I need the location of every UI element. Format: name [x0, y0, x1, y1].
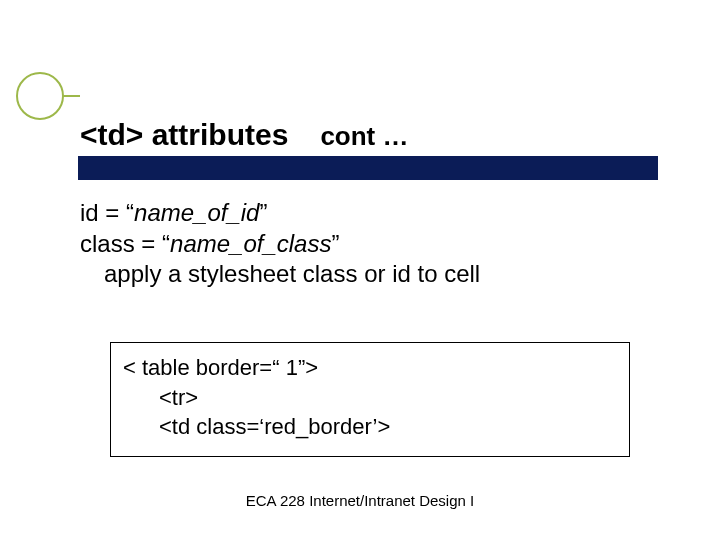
body-text: id = “name_of_id” class = “name_of_class… — [80, 198, 640, 290]
body-line-3: apply a stylesheet class or id to cell — [80, 259, 640, 290]
body-line-1: id = “name_of_id” — [80, 198, 640, 229]
code-example-box: < table border=“ 1”> <tr> <td class=‘red… — [110, 342, 630, 457]
slide-title-cont: cont … — [320, 121, 408, 152]
body-line-1-post: ” — [259, 199, 267, 226]
title-underline-bar — [78, 156, 658, 180]
slide-title-row: <td> attributes cont … — [80, 118, 408, 152]
code-line-3: <td class=‘red_border’> — [123, 412, 617, 442]
body-line-2-ital: name_of_class — [170, 230, 331, 257]
accent-circle-icon — [16, 72, 64, 120]
code-line-1: < table border=“ 1”> — [123, 353, 617, 383]
slide-footer: ECA 228 Internet/Intranet Design I — [0, 492, 720, 509]
body-line-1-pre: id = “ — [80, 199, 134, 226]
slide-title: <td> attributes — [80, 118, 288, 152]
code-line-2: <tr> — [123, 383, 617, 413]
body-line-2-post: ” — [331, 230, 339, 257]
body-line-1-ital: name_of_id — [134, 199, 259, 226]
accent-line-icon — [62, 95, 80, 97]
body-line-2-pre: class = “ — [80, 230, 170, 257]
body-line-2: class = “name_of_class” — [80, 229, 640, 260]
